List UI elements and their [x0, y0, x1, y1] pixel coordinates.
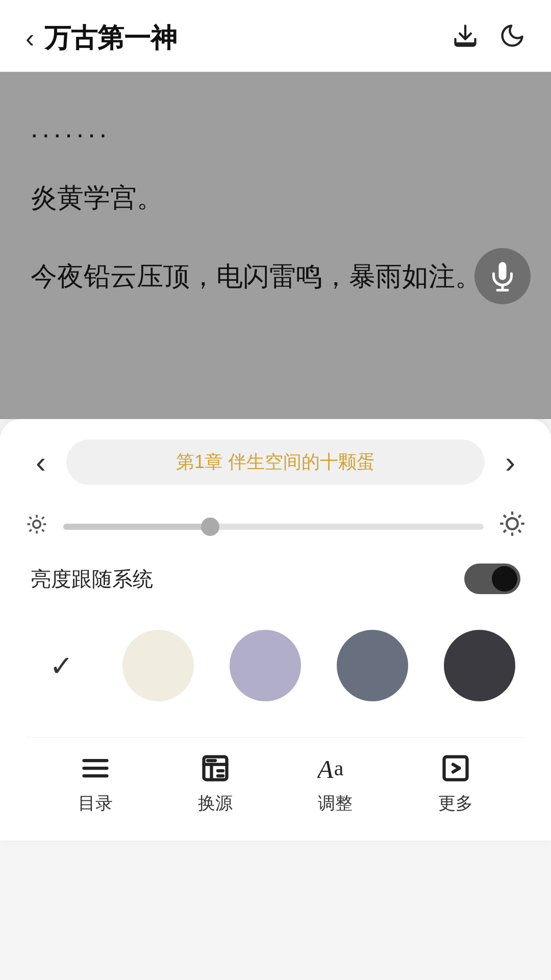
menu-icon [80, 753, 111, 783]
svg-line-19 [518, 515, 521, 518]
auto-brightness-label: 亮度跟随系统 [31, 565, 153, 593]
more-label: 更多 [438, 792, 473, 815]
svg-line-6 [42, 529, 44, 531]
catalog-label: 目录 [78, 792, 113, 815]
color-themes-row: ✓ [26, 620, 525, 712]
source-label: 换源 [198, 792, 233, 815]
prev-chapter-button[interactable]: ‹ [26, 439, 56, 485]
reading-paragraph-2: 今夜铅云压顶，电闪雷鸣，暴雨如注。 [31, 253, 520, 301]
moon-icon[interactable] [499, 22, 525, 55]
theme-lavender[interactable] [230, 630, 301, 701]
toolbar-item-source[interactable]: 换源 [198, 753, 233, 815]
theme-white-selected[interactable]: ✓ [36, 640, 87, 691]
paragraph-2-text: 今夜铅云压顶，电闪雷鸣，暴雨如注。 [31, 253, 482, 301]
reading-area: ....... 炎黄学宫。 今夜铅云压顶，电闪雷鸣，暴雨如注。 [0, 72, 551, 419]
paragraph-1-text: 炎黄学宫。 [31, 183, 163, 212]
check-mark: ✓ [36, 640, 87, 691]
toolbar-item-font[interactable]: A a 调整 [317, 753, 353, 815]
toggle-knob [492, 566, 517, 592]
toolbar-item-more[interactable]: 更多 [438, 753, 473, 815]
reading-paragraph-1: 炎黄学宫。 [31, 174, 520, 222]
audio-button[interactable] [474, 248, 531, 304]
chapter-title[interactable]: 第1章 伴生空间的十颗蛋 [66, 439, 485, 485]
svg-point-2 [33, 521, 41, 528]
lavender-circle [230, 630, 301, 701]
svg-rect-30 [444, 757, 467, 780]
svg-rect-1 [456, 42, 475, 46]
svg-text:a: a [334, 756, 344, 780]
svg-line-5 [30, 517, 32, 519]
source-icon [200, 753, 231, 783]
theme-dark[interactable] [444, 630, 515, 701]
svg-line-15 [518, 530, 521, 532]
more-icon [440, 753, 471, 783]
download-icon[interactable] [452, 22, 479, 55]
brightness-slider[interactable] [63, 524, 484, 530]
brightness-high-icon [499, 510, 525, 543]
auto-brightness-toggle[interactable] [464, 564, 520, 594]
book-title: 万古第一神 [44, 20, 452, 56]
svg-point-11 [507, 518, 518, 529]
chapter-nav: ‹ 第1章 伴生空间的十颗蛋 › [26, 439, 525, 485]
beige-circle [122, 630, 194, 701]
theme-slate[interactable] [337, 630, 408, 701]
header-icons [452, 22, 525, 55]
back-button[interactable]: ‹ [26, 25, 34, 52]
font-label: 调整 [318, 792, 353, 815]
header: ‹ 万古第一神 [0, 0, 551, 72]
reading-dots: ....... [31, 113, 520, 143]
slate-circle [337, 630, 408, 701]
svg-text:A: A [317, 754, 334, 783]
auto-brightness-row: 亮度跟随系统 [26, 564, 525, 594]
svg-line-14 [504, 515, 506, 518]
brightness-row [26, 510, 525, 543]
svg-line-10 [42, 517, 44, 519]
dark-circle [444, 630, 515, 701]
bottom-panel: ‹ 第1章 伴生空间的十颗蛋 › [0, 419, 551, 841]
svg-line-18 [504, 530, 506, 532]
brightness-low-icon [26, 513, 48, 541]
toolbar-item-catalog[interactable]: 目录 [78, 753, 113, 815]
font-icon: A a [317, 753, 353, 783]
next-chapter-button[interactable]: › [495, 439, 525, 485]
bottom-toolbar: 目录 换源 A a [26, 737, 525, 841]
theme-beige[interactable] [122, 630, 194, 701]
svg-line-9 [30, 529, 32, 531]
